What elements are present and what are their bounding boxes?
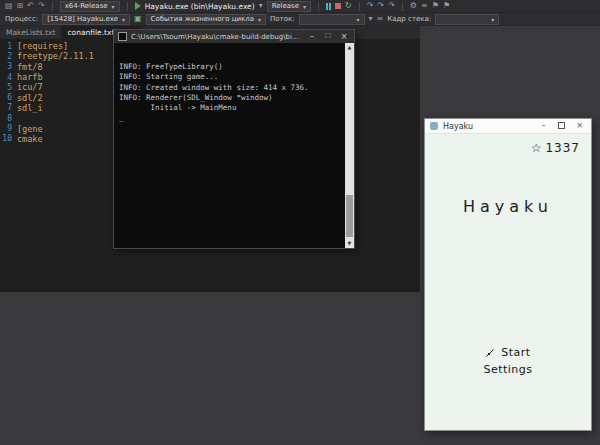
open-icon[interactable]: ⊞ (17, 2, 24, 10)
ide-toolbar-main: ▤ ⊞ ↶ ↷ x64-Release ▾ Hayaku.exe (bin\Ha… (0, 0, 600, 13)
console-log-line: Initial -> MainMenu (119, 103, 345, 113)
tab-label: MakeLists.txt (6, 28, 55, 37)
window-title: Hayaku (443, 122, 532, 131)
run-button[interactable]: Hayaku.exe (bin\Hayaku.exe) ▾ (135, 2, 263, 11)
menu-settings[interactable]: Settings (425, 361, 591, 377)
caret-down-icon[interactable]: ▾ (369, 15, 373, 23)
score-value: 1337 (545, 141, 580, 155)
line-number: 10 (0, 134, 12, 143)
line-number: 4 (0, 73, 12, 82)
configuration-value: x64-Release (65, 2, 108, 10)
configuration-combo[interactable]: x64-Release ▾ (60, 1, 120, 12)
step-into-icon[interactable]: ↷ (367, 2, 374, 10)
code-line[interactable]: sdl/2 (17, 93, 43, 103)
console-window: C:\Users\Tsoum\Hayaku\cmake-build-debug\… (113, 29, 355, 249)
step-over-icon[interactable]: ↷ (377, 2, 384, 10)
code-line[interactable]: fmt/8 (17, 62, 43, 72)
toolbar-separator (359, 2, 360, 11)
thread-label: Поток: (270, 15, 295, 23)
console-titlebar[interactable]: C:\Users\Tsoum\Hayaku\cmake-build-debug\… (114, 30, 354, 43)
desktop: ▤ ⊞ ↶ ↷ x64-Release ▾ Hayaku.exe (bin\Ha… (0, 0, 600, 445)
line-number: 2 (0, 52, 12, 61)
bookmark-flag-icon[interactable]: ⚑ (432, 2, 439, 10)
caret-down-icon: ▾ (357, 16, 360, 23)
restart-icon[interactable]: ↻ (345, 2, 352, 10)
game-window: Hayaku – × ☆ 1337 Hayaku Start Settings (424, 118, 592, 431)
console-log-line: INFO: FreeTypeLibrary() (119, 62, 345, 72)
console-minimize-button[interactable]: – (306, 33, 318, 41)
stackframe-label: Кадр стека: (387, 15, 431, 23)
lifecycle-events-combo[interactable]: События жизненного цикла ▾ (146, 14, 266, 25)
console-maximize-button[interactable]: ☐ (322, 33, 334, 40)
game-titlebar[interactable]: Hayaku – × (425, 119, 591, 134)
list-icon[interactable]: ≡ (421, 2, 428, 10)
undo-icon[interactable]: ↶ (27, 2, 34, 10)
new-file-icon[interactable]: ▤ (5, 2, 13, 10)
caret-down-icon: ▾ (491, 16, 494, 23)
play-icon (135, 2, 141, 10)
tab-cmakelists-txt[interactable]: MakeLists.txt (0, 26, 61, 39)
stop-icon[interactable] (335, 3, 341, 9)
line-number: 5 (0, 83, 12, 92)
ide-toolbar-debug: Процесс: [15428] Hayaku.exe ▾ ▣ События … (0, 13, 600, 26)
menu-start[interactable]: Start (425, 344, 591, 360)
pause-icon[interactable] (326, 3, 331, 10)
game-title: Hayaku (425, 197, 591, 216)
caret-down-icon: ▾ (258, 16, 261, 23)
console-close-button[interactable]: × (338, 33, 350, 41)
toolbar-separator (318, 2, 319, 11)
list-icon[interactable]: ≡ (377, 15, 384, 23)
step-out-icon[interactable]: ↷ (388, 2, 395, 10)
caret-down-icon: ▾ (303, 3, 306, 10)
star-icon: ☆ (531, 142, 542, 154)
process-label: Процесс: (5, 15, 38, 23)
toolbar-separator (402, 2, 403, 11)
bookmark-flag-icon[interactable]: ⚑ (443, 2, 450, 10)
line-number: 9 (0, 124, 12, 133)
gear-icon[interactable]: ⚙ (410, 2, 417, 10)
line-number: 7 (0, 103, 12, 112)
toolbar-separator (52, 2, 53, 11)
maximize-button[interactable] (555, 122, 568, 131)
code-line[interactable]: cmake (17, 134, 43, 144)
lifecycle-events-value: События жизненного цикла (151, 15, 254, 23)
code-line[interactable]: harfb (17, 72, 43, 82)
line-number: 3 (0, 62, 12, 71)
redo-icon[interactable]: ↷ (38, 2, 45, 10)
code-line[interactable]: sdl_i (17, 103, 43, 113)
grid-icon[interactable]: ▣ (134, 15, 142, 23)
stackframe-combo[interactable]: ▾ (435, 14, 499, 25)
platform-value: Release (272, 2, 299, 10)
console-cursor: _ (119, 113, 345, 123)
run-target-label: Hayaku.exe (bin\Hayaku.exe) (145, 2, 255, 11)
console-title: C:\Users\Tsoum\Hayaku\cmake-build-debug\… (131, 33, 302, 41)
scroll-up-icon[interactable]: ▲ (345, 45, 354, 50)
thread-combo[interactable]: ▾ (299, 14, 365, 25)
caret-down-icon: ▾ (122, 16, 125, 23)
console-output[interactable]: INFO: FreeTypeLibrary() INFO: Starting g… (114, 43, 345, 248)
line-number: 1 (0, 42, 12, 51)
score-display: ☆ 1337 (531, 141, 580, 155)
scroll-down-icon[interactable]: ▼ (345, 241, 354, 246)
app-icon (430, 122, 438, 130)
game-menu: Start Settings (425, 343, 591, 377)
close-button[interactable]: × (573, 122, 586, 130)
scroll-thumb[interactable] (346, 195, 353, 237)
console-log-line: INFO: Created window with size: 414 x 73… (119, 83, 345, 93)
code-line[interactable]: [gene (17, 124, 43, 134)
line-number: 8 (0, 114, 12, 123)
code-line[interactable]: icu/7 (17, 82, 43, 92)
menu-settings-label: Settings (483, 363, 532, 376)
console-scrollbar[interactable]: ▲ ▼ (345, 43, 354, 248)
console-log-line: INFO: Renderer(SDL_Window *window) (119, 93, 345, 103)
toolbar-separator (127, 2, 128, 11)
console-app-icon (118, 32, 127, 41)
platform-combo[interactable]: Release ▾ (267, 1, 311, 12)
process-combo[interactable]: [15428] Hayaku.exe ▾ (42, 14, 130, 25)
console-log-line: INFO: Starting game... (119, 72, 345, 82)
code-line[interactable]: freetype/2.11.1 (17, 51, 94, 61)
line-number: 6 (0, 93, 12, 102)
code-line[interactable]: [requires] (17, 41, 68, 51)
tab-label: conanfile.txt (67, 28, 114, 37)
minimize-button[interactable]: – (537, 122, 550, 130)
